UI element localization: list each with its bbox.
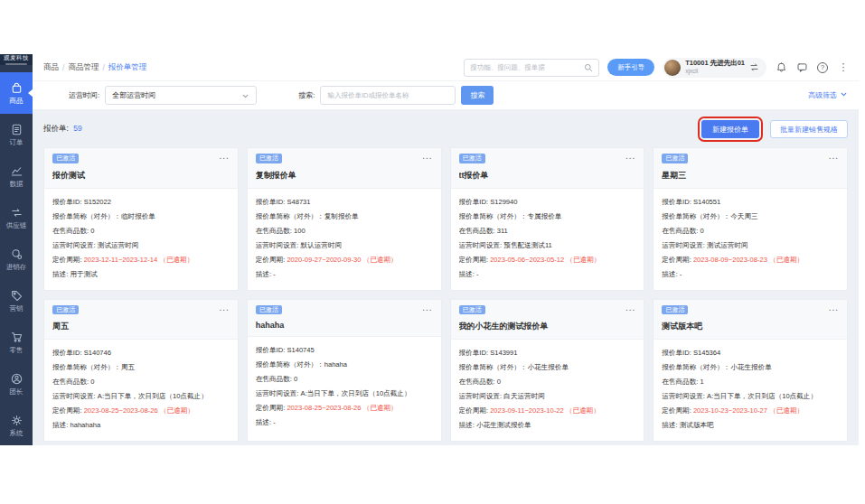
search-icon[interactable] xyxy=(584,60,593,76)
quote-card[interactable]: 已激活 ... 测试版本吧 报价单ID: S145364 报价单简称（对外）：小… xyxy=(653,299,848,443)
price-period-row: 定价周期: 2023-05-06~2023-05-12 （已逾期） xyxy=(459,253,636,267)
logo-text: 观麦科技 xyxy=(4,54,29,62)
more-icon[interactable]: ⋮ xyxy=(837,61,850,74)
quote-id-row: 报价单ID: S48731 xyxy=(256,195,433,210)
status-badge: 已激活 xyxy=(459,154,485,163)
quote-card[interactable]: 已激活 ... 我的小花生的测试报价单 报价单ID: S143991 报价单简称… xyxy=(450,299,645,443)
quote-card[interactable]: 已激活 ... 周五 报价单ID: S140746 报价单简称（对外）：周五 在… xyxy=(43,299,239,443)
quote-id-row: 报价单ID: S129940 xyxy=(459,195,636,210)
quote-short-name-row: 报价单简称（对外）：周五 xyxy=(52,360,230,375)
status-badge: 已激活 xyxy=(662,154,688,163)
card-header: 已激活 ... tt报价单 xyxy=(451,148,644,189)
quote-short-name-row: 报价单简称（对外）：小花生报价单 xyxy=(459,360,636,375)
on-sale-count-row: 在售商品数: 0 xyxy=(52,375,230,389)
quote-title: 报价测试 xyxy=(52,170,230,182)
card-more-button[interactable]: ... xyxy=(625,305,635,311)
cart-icon xyxy=(10,331,24,344)
sidebar-item-label: 系统 xyxy=(10,429,24,438)
switch-account-icon[interactable] xyxy=(749,60,759,76)
breadcrumb-item[interactable]: 商品管理 xyxy=(68,62,99,73)
quote-count-value: 59 xyxy=(73,124,81,133)
breadcrumb-item[interactable]: 报价单管理 xyxy=(108,62,147,73)
sidebar-item-6[interactable]: 营销 xyxy=(0,280,33,322)
sidebar-item-8[interactable]: 团长 xyxy=(0,363,33,405)
advanced-filter-toggle[interactable]: 高级筛选 xyxy=(808,90,848,100)
user-names: T10001 先进先出01 xjxcll xyxy=(685,60,745,74)
quote-title: 复制报价单 xyxy=(256,170,433,182)
quote-card[interactable]: 已激活 ... tt报价单 报价单ID: S129940 报价单简称（对外）：专… xyxy=(450,147,645,291)
quote-title: 星期三 xyxy=(662,170,839,182)
card-more-button[interactable]: ... xyxy=(219,305,229,311)
card-more-button[interactable]: ... xyxy=(829,305,839,311)
quote-id-row: 报价单ID: S143991 xyxy=(459,346,636,360)
help-icon[interactable]: ? xyxy=(816,61,829,74)
time-filter-label: 运营时间: xyxy=(69,90,99,100)
breadcrumb-item[interactable]: 商品 xyxy=(43,62,59,73)
description-row: 描述: 测试版本吧 xyxy=(662,418,839,433)
card-more-button[interactable]: ... xyxy=(422,305,432,311)
card-more-button[interactable]: ... xyxy=(219,154,229,159)
card-body: 报价单ID: S48731 报价单简称（对外）：复制报价单 在售商品数: 100… xyxy=(248,189,441,290)
quote-short-name-row: 报价单简称（对外）：小花生报价单 xyxy=(662,360,839,375)
sidebar-item-3[interactable]: 数据 xyxy=(0,155,33,197)
quote-id-row: 报价单ID: S140746 xyxy=(52,346,230,360)
sidebar-item-9[interactable]: 系统 xyxy=(0,405,33,446)
notification-icon[interactable] xyxy=(775,61,787,74)
sidebar-item-1[interactable]: 商品 xyxy=(0,72,33,114)
op-time-row: 运营时间设置: 白天运营时间 xyxy=(459,389,636,404)
sidebar-item-5[interactable]: 进销存 xyxy=(0,238,33,280)
quote-id-row: 报价单ID: S145364 xyxy=(662,346,839,360)
sidebar-item-label: 供应链 xyxy=(6,221,27,230)
quote-short-name-row: 报价单简称（对外）：复制报价单 xyxy=(256,210,433,224)
quote-card[interactable]: 已激活 ... hahaha 报价单ID: S140745 报价单简称（对外）：… xyxy=(247,299,442,443)
sidebar-item-7[interactable]: 零售 xyxy=(0,322,33,363)
global-search-input[interactable] xyxy=(464,59,599,77)
description-row: 描述: 小花生测试报价单 xyxy=(459,418,636,433)
supply-chain-icon xyxy=(10,206,24,219)
inventory-icon xyxy=(10,247,24,261)
toolbar-buttons: 新建报价单 批量新建销售规格 xyxy=(698,117,848,142)
time-filter-select[interactable]: 全部运营时间 xyxy=(105,86,257,105)
card-header: 已激活 ... 报价测试 xyxy=(44,148,238,189)
quote-card[interactable]: 已激活 ... 报价测试 报价单ID: S152022 报价单简称（对外）：临时… xyxy=(43,147,239,291)
status-badge: 已激活 xyxy=(256,154,282,163)
quote-card-grid: 已激活 ... 报价测试 报价单ID: S152022 报价单简称（对外）：临时… xyxy=(43,147,848,442)
app-window: 观麦科技 商品订单数据供应链进销存营销零售团长系统 商品/商品管理/报价单管理 … xyxy=(0,54,859,445)
card-header: 已激活 ... 测试版本吧 xyxy=(653,300,847,341)
search-button[interactable]: 搜索 xyxy=(461,86,494,105)
on-sale-count-row: 在售商品数: 0 xyxy=(256,372,433,387)
card-more-button[interactable]: ... xyxy=(829,154,839,159)
card-more-button[interactable]: ... xyxy=(625,154,635,159)
quote-title: 我的小花生的测试报价单 xyxy=(459,321,636,332)
batch-create-button[interactable]: 批量新建销售规格 xyxy=(770,120,848,138)
sidebar-item-2[interactable]: 订单 xyxy=(0,114,33,155)
status-badge: 已激活 xyxy=(459,305,485,315)
advanced-filter-label: 高级筛选 xyxy=(808,90,837,100)
sidebar-item-4[interactable]: 供应链 xyxy=(0,197,33,238)
new-quote-button[interactable]: 新建报价单 xyxy=(701,120,759,138)
chevron-down-icon xyxy=(840,90,848,100)
quote-card[interactable]: 已激活 ... 复制报价单 报价单ID: S48731 报价单简称（对外）：复制… xyxy=(247,147,442,291)
on-sale-count-row: 在售商品数: 100 xyxy=(256,224,433,238)
quote-short-name-row: 报价单简称（对外）：hahaha xyxy=(256,358,433,372)
global-search-field[interactable] xyxy=(470,63,584,71)
sidebar-item-label: 营销 xyxy=(10,304,24,313)
description-row: 描述: 用于测试 xyxy=(52,267,230,282)
content-toolbar: 报价单: 59 新建报价单 批量新建销售规格 xyxy=(43,117,848,142)
sidebar-item-label: 进销存 xyxy=(6,263,27,272)
quote-search-input[interactable] xyxy=(320,86,456,105)
card-body: 报价单ID: S152022 报价单简称（对外）：临时报价单 在售商品数: 0 … xyxy=(44,189,238,290)
quote-short-name-row: 报价单简称（对外）：专属报价单 xyxy=(459,210,636,224)
quote-card[interactable]: 已激活 ... 星期三 报价单ID: S140551 报价单简称（对外）：今天周… xyxy=(653,147,848,291)
guide-button[interactable]: 新手引导 xyxy=(607,59,654,76)
card-more-button[interactable]: ... xyxy=(422,154,432,159)
sidebar-item-label: 团长 xyxy=(10,387,24,397)
message-icon[interactable] xyxy=(795,61,808,74)
user-chip[interactable]: T10001 先进先出01 xjxcll xyxy=(663,58,766,78)
quote-count-label: 报价单: xyxy=(43,124,69,133)
order-icon xyxy=(10,123,24,136)
sidebar-item-label: 数据 xyxy=(10,180,24,189)
search-filter-label: 搜索: xyxy=(298,90,315,100)
quote-title: hahaha xyxy=(256,321,433,330)
breadcrumb-separator: / xyxy=(62,63,64,72)
